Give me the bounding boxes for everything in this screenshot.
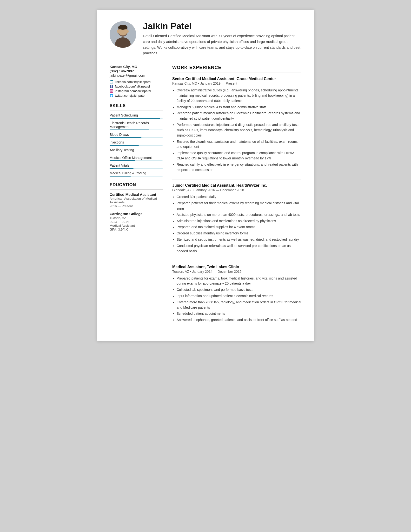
instagram-text: instagram.com/jaikinpatel xyxy=(115,89,151,93)
skills-title: SKILLS xyxy=(110,103,163,108)
skill-item: Ancillary Testing xyxy=(110,148,163,153)
skill-bar-bg xyxy=(110,160,163,161)
skill-item: Medical Billing & Coding xyxy=(110,171,163,177)
skill-item: Electronic Health Records Management xyxy=(110,121,163,130)
contact-location: Kansas City, MO xyxy=(110,65,163,69)
linkedin-icon xyxy=(110,80,113,84)
work-bullet: Ordered supplies monthly using inventory… xyxy=(177,231,301,236)
twitter-icon xyxy=(110,94,113,97)
work-bullet: Input information and updated patient el… xyxy=(177,294,301,299)
candidate-summary: Detail-Oriented Certified Medical Assist… xyxy=(143,33,301,56)
instagram-icon xyxy=(110,89,113,93)
svg-point-5 xyxy=(126,30,129,33)
social-twitter: twitter.com/jaikinpatel xyxy=(110,94,163,97)
skill-bar-bg xyxy=(110,130,163,130)
education-divider xyxy=(110,189,163,190)
work-bullet: Implemented quality assurance and contro… xyxy=(177,151,301,161)
work-bullet: Scheduled patient appointments xyxy=(177,311,301,316)
work-entry: Junior Certified Medical Assistant, Heal… xyxy=(172,183,301,254)
svg-point-4 xyxy=(117,30,119,33)
contact-email: jaikinpatel@gmail.com xyxy=(110,74,163,77)
work-bullet: Sterilized and set up instruments as wel… xyxy=(177,237,301,242)
work-meta: Tucson, AZ • January 2014 — December 201… xyxy=(172,270,301,274)
skill-bar-bg xyxy=(110,118,163,119)
work-bullet: Performed venipunctures, injections and … xyxy=(177,122,301,138)
education-entry: Carrington CollegeTucson, AZ2013 — 2014M… xyxy=(110,212,163,231)
work-entry: Senior Certified Medical Assistant, Grac… xyxy=(172,77,301,172)
education-section: EDUCATION Certified Medical AssistantAme… xyxy=(110,182,163,231)
header-section: Jaikin Patel Detail-Oriented Certified M… xyxy=(110,21,301,56)
work-entries: Senior Certified Medical Assistant, Grac… xyxy=(172,77,301,323)
skill-bar-bg xyxy=(110,137,163,138)
skill-name: Patient Vitals xyxy=(110,163,163,167)
work-bullet: Prepared patients for their medical exam… xyxy=(177,201,301,211)
work-bullet: Administered injections and medications … xyxy=(177,218,301,224)
edu-degree: Certified Medical Assistant xyxy=(110,192,163,197)
skill-bar-bg xyxy=(110,168,163,169)
skill-item: Patient Scheduling xyxy=(110,113,163,119)
skill-name: Blood Draws xyxy=(110,133,163,136)
svg-rect-7 xyxy=(118,27,128,29)
social-instagram: instagram.com/jaikinpatel xyxy=(110,89,163,93)
skill-bar-fill xyxy=(110,130,149,130)
skill-bar-fill xyxy=(110,118,160,119)
work-divider xyxy=(172,73,301,73)
skill-bar-fill xyxy=(110,160,135,161)
edu-org: American Association of Medical Assistan… xyxy=(110,197,163,204)
work-meta: Kansas City, MO • January 2019 — Present xyxy=(172,82,301,85)
social-linkedin: linkedin.com/in/jaikinpatel xyxy=(110,80,163,84)
contact-info: Kansas City, MO (302) 146-7097 jaikinpat… xyxy=(110,65,163,97)
contact-phone: (302) 146-7097 xyxy=(110,69,163,73)
left-column: Kansas City, MO (302) 146-7097 jaikinpat… xyxy=(110,65,163,329)
work-bullet: Recorded patient medical histories on El… xyxy=(177,111,301,121)
facebook-text: facebook.com/jaikinpatel xyxy=(115,85,150,88)
work-meta: Glendale, AZ • January 2016 — December 2… xyxy=(172,188,301,192)
skills-divider xyxy=(110,110,163,110)
skill-name: Medical Office Management xyxy=(110,156,163,160)
avatar xyxy=(110,21,136,48)
edu-degree: Carrington College xyxy=(110,212,163,216)
work-bullet: Ensured the cleanliness, sanitation and … xyxy=(177,139,301,150)
linkedin-text: linkedin.com/in/jaikinpatel xyxy=(115,80,151,84)
work-entry-divider xyxy=(172,261,301,261)
work-bullet: Answered telephones, greeted patients, a… xyxy=(177,317,301,323)
skill-bar-fill xyxy=(110,145,139,146)
skill-name: Patient Scheduling xyxy=(110,113,163,117)
skill-bar-bg xyxy=(110,176,163,177)
candidate-name: Jaikin Patel xyxy=(143,21,301,31)
main-columns: Kansas City, MO (302) 146-7097 jaikinpat… xyxy=(110,65,301,329)
work-bullet: Entered more than 2000 lab, radiology, a… xyxy=(177,300,301,310)
education-list: Certified Medical AssistantAmerican Asso… xyxy=(110,192,163,231)
work-bullet: Managed 6 junior Medical Assistant and a… xyxy=(177,105,301,110)
skill-bar-fill xyxy=(110,137,141,138)
facebook-icon xyxy=(110,85,113,88)
svg-point-15 xyxy=(112,90,112,90)
work-bullets-list: Oversaw administrative duties (e.g., ans… xyxy=(172,88,301,172)
skill-item: Blood Draws xyxy=(110,133,163,138)
edu-detail: Medical Assistant xyxy=(110,224,163,228)
skill-bar-bg xyxy=(110,153,163,153)
work-bullet: Reacted calmly and effectively in emerge… xyxy=(177,162,301,173)
work-title: WORK EXPERIENCE xyxy=(172,65,301,70)
svg-rect-12 xyxy=(110,89,113,93)
social-facebook: facebook.com/jaikinpatel xyxy=(110,85,163,88)
skill-bar-bg xyxy=(110,145,163,146)
work-bullet: Collected lab specimens and performed ba… xyxy=(177,287,301,293)
skill-bar-fill xyxy=(110,153,136,153)
skill-name: Medical Billing & Coding xyxy=(110,171,163,175)
skill-name: Injections xyxy=(110,140,163,144)
skills-section: SKILLS Patient Scheduling Electronic Hea… xyxy=(110,103,163,177)
work-bullets-list: Greeted 30+ patients dailyPrepared patie… xyxy=(172,194,301,254)
education-title: EDUCATION xyxy=(110,182,163,187)
svg-rect-9 xyxy=(110,81,111,83)
work-job-title: Medical Assistant, Twin Lakes Clinic xyxy=(172,265,301,269)
skill-item: Medical Office Management xyxy=(110,156,163,161)
work-bullets-list: Prepared patients for exams, took medica… xyxy=(172,276,301,323)
skill-bar-fill xyxy=(110,168,133,169)
edu-gpa: GPA: 3.9/4.0 xyxy=(110,228,163,231)
work-job-title: Junior Certified Medical Assistant, Heal… xyxy=(172,183,301,188)
education-entry: Certified Medical AssistantAmerican Asso… xyxy=(110,192,163,208)
edu-dates: 2013 — 2014 xyxy=(110,220,163,224)
edu-dates: 2016 — Present xyxy=(110,204,163,208)
skill-item: Patient Vitals xyxy=(110,163,163,169)
